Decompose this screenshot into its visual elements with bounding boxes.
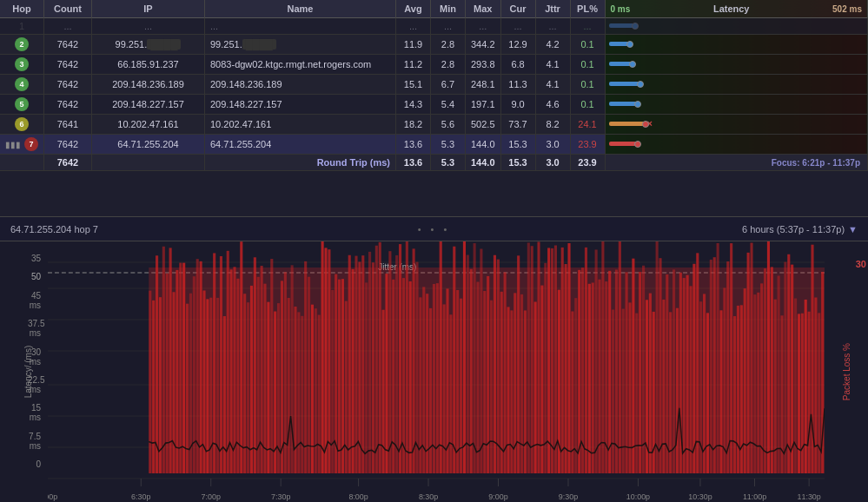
hop-cell: 5: [0, 95, 44, 115]
latency-header: 0 ms Latency 502 ms: [605, 0, 867, 18]
svg-text:6:30p: 6:30p: [131, 492, 150, 501]
min-cell: 5.4: [431, 95, 466, 115]
hop-header: Hop: [0, 0, 44, 18]
name-cell: 64.71.255.204: [205, 135, 396, 155]
chevron-down-icon[interactable]: ▼: [848, 224, 858, 234]
avg-cell: 15.1: [396, 75, 431, 95]
svg-rect-86: [399, 244, 401, 473]
svg-rect-60: [311, 305, 314, 473]
svg-rect-21: [179, 263, 182, 473]
count-cell: 7641: [44, 115, 92, 135]
table-row[interactable]: 6 764110.202.47.16110.202.47.16118.25.65…: [0, 115, 868, 135]
svg-rect-183: [726, 261, 729, 473]
ip-header: IP: [92, 0, 205, 18]
svg-rect-42: [250, 286, 253, 473]
jttr-cell: 8.2: [535, 115, 570, 135]
ip-cell: ...: [92, 18, 205, 35]
svg-rect-117: [504, 272, 507, 473]
table-row[interactable]: 3 764266.185.91.2378083-dgw02.ktgc.rmgt.…: [0, 55, 868, 75]
y-tick-7: 7.5 ms: [28, 432, 44, 451]
jttr-header: Jttr: [535, 0, 570, 18]
top-table-section: Hop Count IP Name Avg Min Max Cur Jttr P…: [0, 0, 868, 217]
hop-badge: 6: [15, 117, 29, 131]
svg-rect-16: [162, 247, 165, 473]
svg-rect-194: [764, 268, 766, 473]
min-cell: 2.8: [431, 35, 466, 55]
rt-avg: 13.6: [396, 155, 431, 171]
svg-rect-65: [328, 249, 330, 473]
packet-loss-label: Packet Loss %: [842, 343, 851, 400]
svg-rect-64: [324, 248, 327, 473]
svg-rect-47: [267, 302, 269, 473]
cur-cell: 6.8: [500, 55, 535, 75]
svg-rect-22: [182, 263, 185, 473]
svg-rect-164: [662, 300, 665, 473]
ip-cell: 64.71.255.204: [92, 135, 205, 155]
svg-rect-152: [622, 309, 625, 473]
svg-rect-33: [220, 256, 222, 473]
y-tick-15: 15 ms: [28, 403, 44, 422]
svg-rect-155: [632, 259, 634, 473]
svg-text:7:30p: 7:30p: [271, 492, 290, 501]
name-cell: 8083-dgw02.ktgc.rmgt.net.rogers.com: [205, 55, 396, 75]
rt-cur: 15.3: [500, 155, 535, 171]
min-cell: 5.3: [431, 135, 466, 155]
table-row[interactable]: 1...........................: [0, 18, 868, 35]
svg-rect-66: [331, 290, 334, 473]
svg-rect-150: [615, 269, 618, 473]
min-cell: 5.6: [431, 115, 466, 135]
svg-rect-37: [233, 267, 235, 473]
table-row[interactable]: ▮▮▮ 7 764264.71.255.20464.71.255.20413.6…: [0, 135, 868, 155]
chart-svg: Jitter (ms) 6:00p 6:30p 7:00p 7:30p 8:00…: [48, 241, 825, 502]
svg-rect-18: [169, 248, 172, 473]
svg-text:10:00p: 10:00p: [626, 492, 650, 501]
svg-rect-173: [692, 264, 695, 473]
table-row[interactable]: 2 764299.251.████99.251.████11.92.8344.2…: [0, 35, 868, 55]
svg-rect-77: [368, 252, 371, 473]
svg-rect-135: [565, 264, 567, 473]
svg-rect-58: [304, 261, 307, 473]
ip-cell: 66.185.91.237: [92, 55, 205, 75]
svg-rect-134: [561, 248, 564, 473]
svg-rect-23: [186, 304, 189, 473]
y-tick-50: 50: [28, 272, 44, 281]
latency-bar-cell: [605, 35, 867, 55]
count-cell: 7642: [44, 75, 92, 95]
packet-loss-axis: 30 Packet Loss %: [825, 241, 868, 502]
jttr-cell: 3.0: [535, 135, 570, 155]
hop-table: Hop Count IP Name Avg Min Max Cur Jttr P…: [0, 0, 868, 171]
svg-rect-91: [415, 262, 418, 473]
svg-rect-48: [270, 259, 273, 473]
svg-rect-148: [608, 271, 611, 473]
round-trip-row: 7642 Round Trip (ms) 13.6 5.3 144.0 15.3…: [0, 155, 868, 171]
svg-rect-139: [578, 270, 580, 473]
svg-rect-80: [379, 242, 381, 473]
table-row[interactable]: 4 7642209.148.236.189209.148.236.18915.1…: [0, 75, 868, 95]
cur-cell: 12.9: [500, 35, 535, 55]
svg-rect-153: [626, 272, 628, 473]
svg-rect-158: [642, 266, 645, 473]
min-cell: 2.8: [431, 55, 466, 75]
svg-rect-97: [436, 283, 439, 473]
y-tick-37: 37.5 ms: [28, 319, 44, 338]
svg-rect-196: [771, 267, 773, 473]
svg-rect-181: [719, 310, 722, 473]
latency-bar-cell: [605, 75, 867, 95]
svg-rect-110: [480, 249, 482, 473]
svg-rect-43: [254, 257, 256, 473]
svg-rect-124: [527, 242, 530, 473]
svg-rect-149: [612, 309, 614, 473]
table-row[interactable]: 5 7642209.148.227.157209.148.227.15714.3…: [0, 95, 868, 115]
svg-rect-184: [730, 243, 732, 473]
bottom-chart-section: Latency/ (ms) 35 50 45 ms 37.5 ms 30 ms …: [0, 241, 868, 502]
svg-text:9:30p: 9:30p: [559, 492, 578, 501]
count-cell: 7642: [44, 135, 92, 155]
cur-cell: 9.0: [500, 95, 535, 115]
cur-cell: ...: [500, 18, 535, 35]
rt-ip: [92, 155, 205, 171]
latency-axis-label: Latency/ (ms): [23, 346, 33, 399]
hop-badge: 3: [15, 57, 29, 71]
ip-cell: 209.148.227.157: [92, 95, 205, 115]
svg-rect-111: [483, 291, 486, 473]
avg-cell: 18.2: [396, 115, 431, 135]
